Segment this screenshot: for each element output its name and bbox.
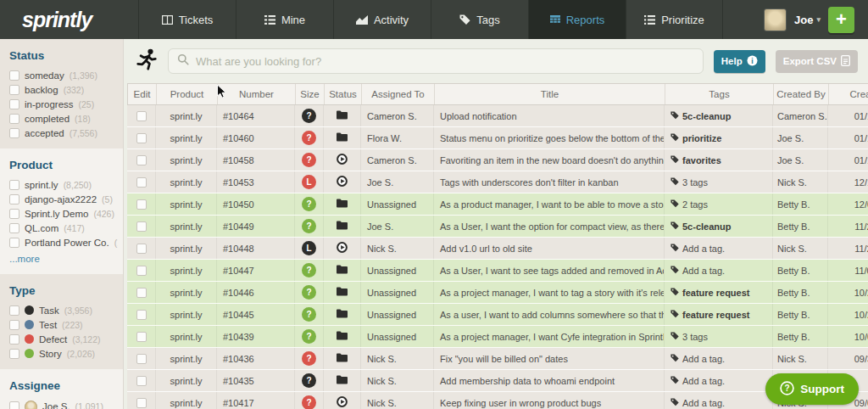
cell-title[interactable]: Upload notification	[434, 105, 665, 126]
row-checkbox[interactable]	[136, 133, 147, 143]
status-backlog-folder-icon[interactable]	[337, 353, 348, 364]
filter-item[interactable]: Test(223)	[9, 317, 118, 332]
column-header[interactable]: Number	[218, 84, 296, 104]
row-checkbox[interactable]	[136, 310, 147, 320]
sprintly-logo[interactable]: sprintly	[0, 0, 138, 39]
checkbox[interactable]	[9, 114, 19, 124]
table-row[interactable]: sprint.ly#10458?Cameron S.Favoriting an …	[127, 149, 868, 171]
table-row[interactable]: sprint.ly#10417?Nick S.Keep fixing user …	[127, 392, 868, 409]
row-checkbox[interactable]	[136, 177, 147, 188]
tab-tags[interactable]: Tags	[431, 0, 528, 39]
status-backlog-folder-icon[interactable]	[337, 199, 348, 210]
cell-number[interactable]: #10453	[217, 171, 295, 193]
status-backlog-folder-icon[interactable]	[337, 375, 348, 386]
export-csv-button[interactable]: Export CSV	[776, 50, 858, 73]
table-row[interactable]: sprint.ly#10450?UnassignedAs a product m…	[127, 193, 868, 216]
table-row[interactable]: sprint.ly#10447?UnassignedAs a User, I w…	[127, 260, 868, 282]
checkbox[interactable]	[9, 128, 19, 138]
column-header[interactable]: Size	[296, 84, 325, 104]
checkbox[interactable]	[9, 238, 19, 248]
row-checkbox[interactable]	[136, 376, 147, 386]
filter-item[interactable]: backlog(332)	[9, 82, 118, 97]
filter-item[interactable]: Task(3,956)	[9, 303, 118, 317]
cell-tag[interactable]: 3 tags	[682, 177, 708, 188]
status-backlog-folder-icon[interactable]	[337, 265, 348, 276]
checkbox[interactable]	[9, 349, 19, 359]
column-header[interactable]: Title	[435, 84, 665, 104]
size-badge[interactable]: ?	[302, 197, 316, 211]
user-menu[interactable]: Joe ▾	[794, 14, 821, 26]
checkbox[interactable]	[9, 401, 19, 409]
size-badge[interactable]: ?	[302, 285, 316, 300]
table-row[interactable]: sprint.ly#10453LJoe S.Tags with undersco…	[127, 171, 868, 193]
cell-title[interactable]: Favoriting an item in the new board does…	[434, 149, 665, 171]
cell-title[interactable]: As a product manager, I want to be able …	[434, 193, 665, 215]
cell-number[interactable]: #10464	[217, 105, 295, 126]
filter-item[interactable]: someday(1,396)	[9, 68, 118, 82]
cell-title[interactable]: As a User, I want the option for compact…	[434, 216, 665, 237]
filter-item[interactable]: Story(2,026)	[9, 346, 118, 361]
table-row[interactable]: sprint.ly#10460?Flora W.Status menu on p…	[127, 127, 868, 149]
checkbox[interactable]	[9, 99, 19, 109]
cell-number[interactable]: #10448	[217, 238, 295, 259]
checkbox[interactable]	[9, 223, 19, 233]
filter-item[interactable]: sprint.ly(8,250)	[9, 177, 118, 192]
cell-tag[interactable]: 2 tags	[682, 199, 708, 210]
table-row[interactable]: sprint.ly#10435?Nick S.Add membership da…	[127, 370, 868, 392]
cell-number[interactable]: #10458	[217, 149, 295, 171]
status-current-play-icon[interactable]	[337, 396, 348, 409]
cell-tag[interactable]: Add a tag.	[682, 244, 725, 254]
row-checkbox[interactable]	[136, 221, 147, 232]
column-header[interactable]: Created	[829, 84, 868, 104]
cell-tag[interactable]: feature request	[682, 288, 749, 298]
size-badge[interactable]: ?	[302, 351, 316, 366]
column-header[interactable]: Created By	[774, 84, 829, 104]
cell-number[interactable]: #10417	[217, 392, 295, 409]
tab-tickets[interactable]: Tickets	[138, 0, 236, 39]
cell-tag[interactable]: favorites	[682, 155, 721, 165]
table-row[interactable]: sprint.ly#10436?Nick S.Fix "you will be …	[127, 348, 868, 370]
cell-tag[interactable]: 3 tags	[682, 332, 708, 342]
filter-item[interactable]: Sprint.ly Demo(426)	[9, 206, 118, 221]
cell-tag[interactable]: Add a tag.	[682, 266, 725, 276]
checkbox[interactable]	[9, 209, 19, 219]
size-badge[interactable]: ?	[302, 219, 316, 233]
search-input[interactable]	[196, 55, 694, 68]
cell-tag[interactable]: Add a tag.	[682, 376, 725, 386]
filter-item[interactable]: in-progress(25)	[9, 97, 118, 111]
status-backlog-folder-icon[interactable]	[337, 110, 348, 121]
cell-title[interactable]: Status menu on prioritize goes below the…	[434, 127, 665, 148]
cell-number[interactable]: #10446	[217, 282, 295, 303]
cell-tag[interactable]: 5c-cleanup	[682, 221, 731, 232]
checkbox[interactable]	[9, 334, 19, 345]
row-checkbox[interactable]	[136, 111, 147, 121]
column-header[interactable]: Assigned To	[362, 84, 435, 104]
table-row[interactable]: sprint.ly#10448LNick S.Add v1.0 url to o…	[127, 238, 868, 260]
filter-item[interactable]: accepted(7,556)	[9, 126, 118, 140]
status-backlog-folder-icon[interactable]	[337, 309, 348, 320]
column-header[interactable]: Status	[325, 84, 362, 104]
table-row[interactable]: sprint.ly#10464?Cameron S.Upload notific…	[127, 105, 868, 127]
checkbox[interactable]	[9, 194, 19, 204]
status-backlog-folder-icon[interactable]	[337, 221, 348, 232]
more-link[interactable]: ...more	[9, 249, 118, 266]
tab-prioritize[interactable]: Prioritize	[626, 0, 723, 39]
cell-title[interactable]: Keep fixing user in wrong product bugs	[434, 392, 665, 409]
filter-item[interactable]: django-ajax2222(5)	[9, 192, 118, 206]
row-checkbox[interactable]	[136, 155, 147, 165]
cell-tag[interactable]: Add a tag.	[682, 354, 725, 364]
status-current-play-icon[interactable]	[337, 154, 348, 166]
checkbox[interactable]	[9, 70, 19, 81]
table-row[interactable]: sprint.ly#10449?Joe S.As a User, I want …	[127, 216, 868, 238]
filter-item[interactable]: Joe S.(1,091)	[9, 398, 118, 409]
cell-number[interactable]: #10450	[217, 193, 295, 215]
cell-title[interactable]: As a project manager, I want to tag a st…	[434, 282, 665, 303]
size-badge[interactable]: ?	[302, 131, 316, 145]
column-header[interactable]: Edit	[128, 84, 157, 104]
filter-item[interactable]: Portland Power Co.(11	[9, 235, 118, 249]
cell-number[interactable]: #10447	[217, 260, 295, 281]
size-badge[interactable]: ?	[302, 307, 316, 322]
cell-number[interactable]: #10449	[217, 216, 295, 237]
cell-title[interactable]: As a user, I want to add columns somewhe…	[434, 304, 665, 325]
cell-title[interactable]: Fix "you will be billed on" dates	[434, 348, 665, 369]
